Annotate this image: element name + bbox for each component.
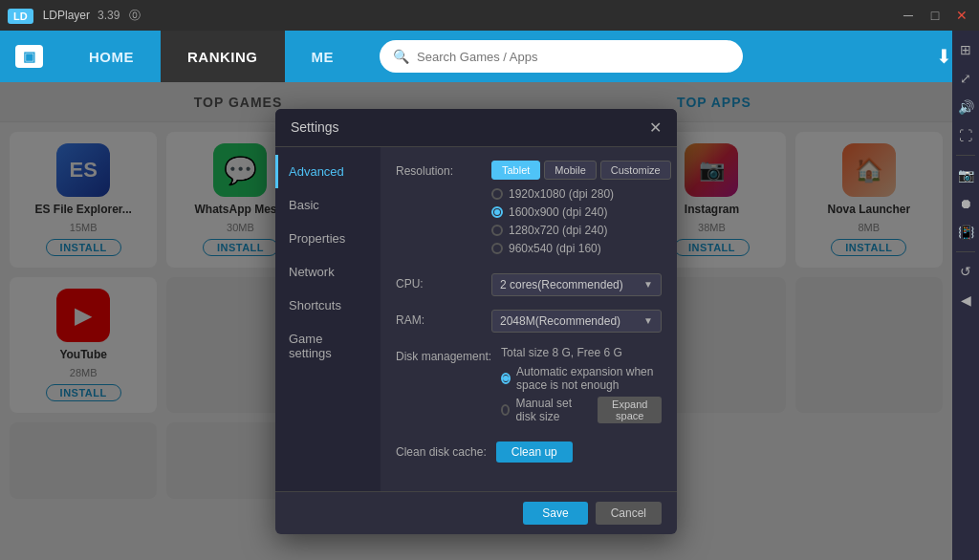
sidebar-rotate-icon[interactable]: ↺ [954,260,977,283]
disk-manual-radio [501,404,510,416]
menu-item-game-settings[interactable]: Game settings [275,322,381,370]
settings-modal: Settings ✕ Advanced Basic Properties Net… [275,109,677,534]
sidebar-grid-icon[interactable]: ⊞ [954,38,977,61]
ram-dropdown-arrow: ▼ [643,315,653,326]
res-option-1920[interactable]: 1920x1080 (dpi 280) [491,187,671,201]
ram-row: RAM: 2048M(Recommended) ▼ [396,310,662,333]
ram-control: 2048M(Recommended) ▼ [491,310,662,333]
clean-disk-row: Clean disk cache: Clean up [396,442,662,463]
sidebar-volume-icon[interactable]: 🔊 [954,96,977,118]
sidebar-back-icon[interactable]: ◀ [954,289,977,312]
res-customize-btn[interactable]: Customize [600,161,671,180]
sidebar-shake-icon[interactable]: 📳 [954,221,977,244]
nav-tab-ranking[interactable]: RANKING [161,31,285,82]
disk-auto-option[interactable]: Automatic expansion when space is not en… [501,365,662,392]
sidebar-screenshot-icon[interactable]: 📷 [954,163,977,186]
res-tablet-btn[interactable]: Tablet [491,161,540,180]
sidebar-fullscreen-icon[interactable]: ⛶ [954,124,977,147]
cancel-button[interactable]: Cancel [596,502,662,525]
cpu-dropdown[interactable]: 2 cores(Recommended) ▼ [491,273,662,296]
disk-auto-label: Automatic expansion when space is not en… [516,365,662,392]
app-logo: LD [8,9,37,23]
cpu-control: 2 cores(Recommended) ▼ [491,273,662,296]
cpu-dropdown-arrow: ▼ [643,279,653,290]
res-mobile-btn[interactable]: Mobile [544,161,596,180]
res-radio-1600 [491,206,503,218]
sidebar-divider-1 [956,155,975,156]
settings-sidebar: Advanced Basic Properties Network Shortc… [275,147,381,491]
menu-item-advanced[interactable]: Advanced [275,155,381,188]
main-content: TOP GAMES TOP APPS ES ES File Explorer..… [0,82,952,560]
resolution-row: Resolution: Tablet Mobile Customize 1920… [396,161,662,260]
sidebar-expand-icon[interactable]: ⤢ [954,67,977,90]
search-input[interactable] [417,50,729,64]
sidebar-video-icon[interactable]: ⏺ [954,192,977,215]
cpu-label: CPU: [396,273,482,291]
search-box[interactable]: 🔍 [380,40,743,73]
right-sidebar: ⊞ ⤢ 🔊 ⛶ 📷 ⏺ 📳 ↺ ◀ [952,31,979,560]
resolution-label: Resolution: [396,161,482,178]
res-radio-1280 [491,225,503,236]
sidebar-divider-2 [956,251,975,252]
disk-manual-label: Manual set disk size [515,397,584,423]
clean-disk-control: Clean up [496,442,662,463]
disk-auto-radio [501,373,511,384]
cleanup-button[interactable]: Clean up [496,442,573,463]
clean-disk-label: Clean disk cache: [396,442,487,459]
res-radio-960 [491,243,503,254]
title-bar: LD LDPlayer 3.39 ⓪ ─ □ ✕ [0,0,979,31]
settings-content: Resolution: Tablet Mobile Customize 1920… [381,147,677,491]
res-option-1280[interactable]: 1280x720 (dpi 240) [491,224,671,237]
cpu-value: 2 cores(Recommended) [500,278,623,291]
modal-overlay: Settings ✕ Advanced Basic Properties Net… [0,82,952,560]
modal-body: Advanced Basic Properties Network Shortc… [275,147,677,491]
cpu-row: CPU: 2 cores(Recommended) ▼ [396,273,662,296]
close-button[interactable]: ✕ [952,8,971,23]
expand-space-button[interactable]: Expand space [598,397,662,423]
app-version: 3.39 [98,9,120,22]
modal-header: Settings ✕ [275,109,677,147]
modal-title: Settings [291,119,339,135]
nav-tab-home[interactable]: HOME [62,31,161,82]
resolution-buttons: Tablet Mobile Customize [491,161,671,180]
modal-footer: Save Cancel [275,491,677,534]
ram-dropdown[interactable]: 2048M(Recommended) ▼ [491,310,662,333]
modal-close-button[interactable]: ✕ [649,118,662,137]
disk-manual-option[interactable]: Manual set disk size Expand space [501,397,662,423]
minimize-button[interactable]: ─ [899,8,918,23]
nav-logo: ▣ [15,48,43,65]
disk-control: Total size 8 G, Free 6 G Automatic expan… [501,346,662,428]
menu-item-shortcuts[interactable]: Shortcuts [275,289,381,322]
disk-label: Disk management: [396,346,491,363]
app-name: LDPlayer [43,9,90,22]
save-button[interactable]: Save [523,502,587,525]
menu-item-properties[interactable]: Properties [275,222,381,255]
res-option-960[interactable]: 960x540 (dpi 160) [491,242,671,255]
disk-info: Total size 8 G, Free 6 G [501,346,662,359]
ram-value: 2048M(Recommended) [500,314,620,328]
res-option-1600[interactable]: 1600x900 (dpi 240) [491,205,671,219]
help-icon: ⓪ [129,8,141,24]
menu-item-network[interactable]: Network [275,255,381,289]
ram-label: RAM: [396,310,482,327]
res-radio-1920 [491,188,503,200]
search-icon: 🔍 [393,49,409,64]
nav-tab-me[interactable]: ME [285,31,361,82]
menu-item-basic[interactable]: Basic [275,188,381,222]
resolution-control: Tablet Mobile Customize 1920x1080 (dpi 2… [491,161,671,260]
nav-bar: ▣ HOME RANKING ME 🔍 ⬇ ● [0,31,979,82]
disk-row: Disk management: Total size 8 G, Free 6 … [396,346,662,428]
maximize-button[interactable]: □ [925,8,945,23]
